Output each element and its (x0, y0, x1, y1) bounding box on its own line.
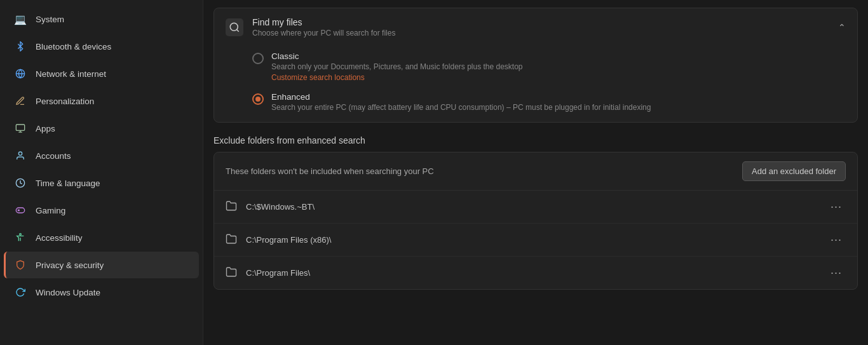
sidebar-item-privacy[interactable]: Privacy & security (4, 252, 199, 278)
sidebar-item-apps[interactable]: Apps (4, 115, 199, 142)
more-options-button[interactable]: ··· (827, 232, 846, 248)
sidebar-item-update[interactable]: Windows Update (4, 279, 199, 306)
classic-option[interactable]: Classic Search only your Documents, Pict… (252, 51, 846, 82)
sidebar-item-label: Accessibility (36, 233, 83, 243)
classic-label: Classic (271, 51, 523, 61)
update-icon (14, 286, 27, 299)
table-row: C:\Program Files (x86)\ ··· (214, 224, 857, 257)
more-options-button[interactable]: ··· (827, 265, 846, 281)
gaming-icon (14, 204, 27, 217)
sidebar-item-label: Accounts (36, 151, 71, 161)
sidebar-item-bluetooth[interactable]: Bluetooth & devices (4, 33, 199, 60)
sidebar-item-gaming[interactable]: Gaming (4, 197, 199, 224)
find-files-subtitle: Choose where your PC will search for fil… (252, 29, 395, 37)
sidebar-item-label: Time & language (36, 179, 100, 188)
accounts-icon (14, 149, 27, 162)
exclude-header-row: These folders won't be included when sea… (214, 152, 857, 191)
sidebar-item-network[interactable]: Network & internet (4, 60, 199, 87)
folder-icon (226, 200, 237, 214)
table-row: C:\$Windows.~BT\ ··· (214, 191, 857, 224)
exclude-folders-title: Exclude folders from enhanced search (214, 135, 858, 145)
network-icon (14, 67, 27, 80)
table-row: C:\Program Files\ ··· (214, 257, 857, 289)
exclude-folders-section: Exclude folders from enhanced search The… (214, 135, 858, 290)
sidebar-item-label: Windows Update (36, 288, 100, 297)
sidebar-item-label: System (36, 15, 64, 24)
classic-text: Classic Search only your Documents, Pict… (271, 51, 523, 82)
enhanced-description: Search your entire PC (may affect batter… (271, 103, 651, 112)
sidebar-item-system[interactable]: 💻 System (4, 6, 199, 32)
accessibility-icon (14, 231, 27, 244)
svg-point-11 (230, 23, 238, 30)
apps-icon (14, 122, 27, 135)
classic-description: Search only your Documents, Pictures, an… (271, 62, 523, 71)
svg-line-12 (236, 29, 238, 31)
sidebar-item-label: Bluetooth & devices (36, 42, 111, 51)
folder-icon (226, 266, 237, 280)
sidebar: 💻 System Bluetooth & devices Network & i… (0, 0, 203, 345)
enhanced-label: Enhanced (271, 92, 651, 102)
folder-path: C:\Program Files (x86)\ (246, 235, 818, 245)
sidebar-item-label: Personalization (36, 97, 94, 106)
svg-point-10 (20, 233, 22, 235)
find-files-icon (226, 18, 243, 36)
find-files-text: Find my files Choose where your PC will … (252, 17, 395, 37)
sidebar-item-label: Gaming (36, 206, 65, 215)
svg-rect-6 (16, 208, 24, 213)
svg-point-4 (18, 152, 22, 155)
classic-radio[interactable] (252, 53, 264, 64)
sidebar-item-accounts[interactable]: Accounts (4, 142, 199, 169)
folder-path: C:\$Windows.~BT\ (246, 202, 818, 212)
find-my-files-header[interactable]: Find my files Choose where your PC will … (214, 8, 857, 46)
folder-path: C:\Program Files\ (246, 268, 818, 278)
more-options-button[interactable]: ··· (827, 199, 846, 215)
exclude-panel: These folders won't be included when sea… (214, 152, 858, 290)
chevron-up-icon: ⌃ (838, 22, 846, 32)
folder-icon (226, 233, 237, 247)
enhanced-text: Enhanced Search your entire PC (may affe… (271, 92, 651, 112)
sidebar-item-label: Network & internet (36, 69, 106, 79)
sidebar-item-label: Apps (36, 124, 55, 133)
privacy-icon (14, 259, 27, 271)
enhanced-radio[interactable] (252, 93, 264, 105)
sidebar-item-label: Privacy & security (36, 260, 104, 270)
personalization-icon (14, 95, 27, 107)
radio-options: Classic Search only your Documents, Pict… (214, 46, 857, 122)
find-files-title: Find my files (252, 17, 395, 27)
sidebar-item-personalization[interactable]: Personalization (4, 88, 199, 114)
svg-rect-1 (16, 125, 24, 130)
bluetooth-icon (14, 40, 27, 53)
find-my-files-section: Find my files Choose where your PC will … (214, 8, 858, 123)
time-icon (14, 177, 27, 189)
main-content: Find my files Choose where your PC will … (203, 0, 868, 345)
customize-link[interactable]: Customize search locations (271, 73, 523, 82)
system-icon: 💻 (14, 13, 27, 25)
sidebar-item-accessibility[interactable]: Accessibility (4, 224, 199, 251)
exclude-header-text: These folders won't be included when sea… (226, 166, 434, 176)
sidebar-item-time[interactable]: Time & language (4, 170, 199, 196)
add-excluded-folder-button[interactable]: Add an excluded folder (742, 161, 846, 181)
enhanced-option[interactable]: Enhanced Search your entire PC (may affe… (252, 92, 846, 112)
find-my-files-header-left: Find my files Choose where your PC will … (226, 17, 395, 37)
